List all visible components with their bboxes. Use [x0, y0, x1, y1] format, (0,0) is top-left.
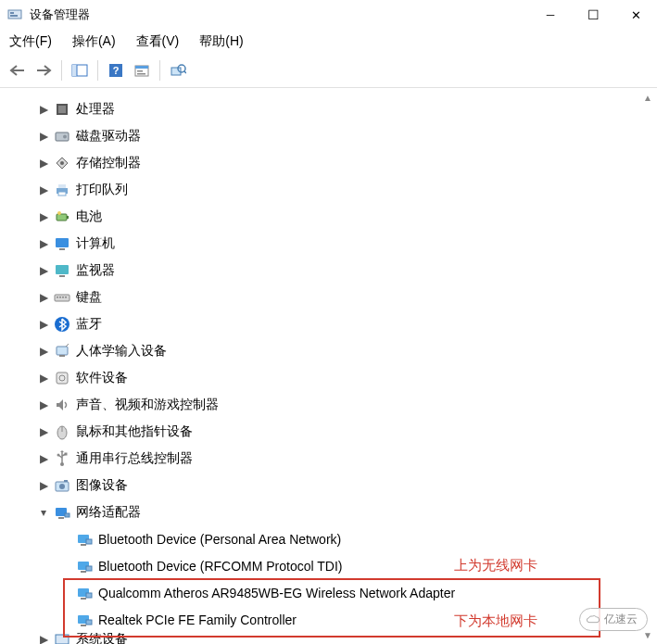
- category-label: 声音、视频和游戏控制器: [76, 397, 219, 413]
- svg-rect-9: [135, 66, 148, 69]
- category-sound[interactable]: ▶声音、视频和游戏控制器: [4, 391, 657, 418]
- network-adapter-icon: [76, 558, 93, 575]
- category-label: 图像设备: [76, 477, 128, 494]
- camera-icon: [54, 477, 70, 494]
- expander-icon[interactable]: ▶: [37, 398, 50, 411]
- expander-icon[interactable]: ▶: [37, 237, 50, 250]
- svg-rect-11: [137, 73, 145, 75]
- category-label: 存储控制器: [76, 155, 141, 171]
- minimize-button[interactable]: [529, 0, 572, 30]
- expander-icon[interactable]: ▶: [37, 372, 50, 385]
- category-label: 蓝牙: [76, 316, 102, 333]
- disk-icon: [54, 128, 70, 145]
- maximize-button[interactable]: [572, 0, 614, 30]
- expander-icon[interactable]: ▶: [37, 345, 50, 358]
- annotation-bottom: 下为本地网卡: [454, 612, 537, 630]
- category-label: 软件设备: [76, 370, 128, 386]
- svg-line-14: [184, 71, 187, 74]
- expander-icon[interactable]: ▶: [37, 264, 50, 277]
- show-hide-console-tree-button[interactable]: [68, 59, 92, 82]
- category-usb[interactable]: ▶通用串行总线控制器: [4, 445, 657, 472]
- monitor-teal-icon: [54, 262, 70, 279]
- software-icon: [54, 370, 70, 386]
- bluetooth-icon: [54, 316, 70, 333]
- close-button[interactable]: [614, 0, 657, 30]
- printer-icon: [54, 182, 70, 198]
- menu-help[interactable]: 帮助(H): [199, 33, 243, 50]
- network-icon: [54, 504, 70, 521]
- expander-icon[interactable]: ▶: [37, 103, 50, 116]
- watermark: 亿速云: [579, 608, 648, 631]
- scroll-down-button[interactable]: ▼: [640, 627, 655, 642]
- properties-button[interactable]: [130, 59, 154, 82]
- menu-file[interactable]: 文件(F): [9, 33, 52, 50]
- titlebar: 设备管理器: [0, 0, 657, 30]
- expander-icon[interactable]: ▶: [37, 157, 50, 170]
- expander-icon[interactable]: ▶: [37, 452, 50, 465]
- help-button[interactable]: ?: [104, 59, 128, 82]
- watermark-text: 亿速云: [604, 612, 638, 627]
- annotation-top: 上为无线网卡: [454, 557, 537, 575]
- category-soft[interactable]: ▶软件设备: [4, 364, 657, 391]
- category-label: 计算机: [76, 235, 115, 252]
- scan-hardware-button[interactable]: [166, 59, 190, 82]
- category-printq[interactable]: ▶打印队列: [4, 176, 657, 203]
- menu-view[interactable]: 查看(V): [136, 33, 180, 50]
- usb-icon: [54, 450, 70, 467]
- nav-back-button[interactable]: [6, 59, 30, 82]
- cpu-icon: [54, 101, 70, 118]
- category-disk[interactable]: ▶磁盘驱动器: [4, 122, 657, 149]
- toolbar-separator: [97, 60, 98, 81]
- category-label: 通用串行总线控制器: [76, 450, 193, 467]
- app-icon: [7, 7, 22, 22]
- hid-icon: [54, 343, 70, 360]
- device-label: Bluetooth Device (Personal Area Network): [98, 532, 341, 547]
- network-device-1[interactable]: Bluetooth Device (RFCOMM Protocol TDI): [4, 552, 657, 579]
- expander-icon[interactable]: ▶: [37, 183, 50, 196]
- svg-rect-4: [72, 65, 77, 76]
- expander-icon[interactable]: ▾: [37, 506, 50, 519]
- toolbar: ?: [0, 56, 657, 88]
- expander-icon[interactable]: ▶: [37, 291, 50, 304]
- svg-text:?: ?: [113, 65, 120, 76]
- mouse-icon: [54, 423, 70, 440]
- expander-icon[interactable]: ▶: [37, 425, 50, 438]
- svg-rect-0: [8, 10, 21, 19]
- category-label: 磁盘驱动器: [76, 128, 141, 145]
- window-title: 设备管理器: [30, 6, 90, 23]
- category-label: 网络适配器: [76, 504, 141, 521]
- menubar: 文件(F) 操作(A) 查看(V) 帮助(H): [0, 30, 657, 56]
- category-mouse[interactable]: ▶鼠标和其他指针设备: [4, 418, 657, 445]
- category-battery[interactable]: ▶电池: [4, 203, 657, 230]
- speaker-icon: [54, 397, 70, 413]
- keyboard-icon: [54, 289, 70, 306]
- category-image[interactable]: ▶图像设备: [4, 472, 657, 499]
- monitor-blue-icon: [54, 235, 70, 252]
- expander-icon[interactable]: ▶: [37, 633, 50, 644]
- category-monitor[interactable]: ▶监视器: [4, 257, 657, 284]
- expander-icon[interactable]: ▶: [37, 130, 50, 143]
- network-device-0[interactable]: Bluetooth Device (Personal Area Network): [4, 525, 657, 552]
- expander-icon[interactable]: ▶: [37, 318, 50, 331]
- category-keyboard[interactable]: ▶键盘: [4, 284, 657, 310]
- svg-rect-2: [10, 15, 18, 17]
- window-controls: [529, 0, 657, 30]
- svg-rect-1: [10, 12, 14, 14]
- svg-rect-10: [137, 70, 143, 72]
- expander-icon[interactable]: ▶: [37, 210, 50, 223]
- category-computer[interactable]: ▶计算机: [4, 230, 657, 257]
- toolbar-separator: [61, 60, 62, 81]
- category-label: 打印队列: [76, 182, 128, 198]
- category-storage[interactable]: ▶存储控制器: [4, 149, 657, 176]
- category-cpu[interactable]: ▶处理器: [4, 95, 657, 122]
- category-hid[interactable]: ▶人体学输入设备: [4, 337, 657, 364]
- menu-action[interactable]: 操作(A): [72, 33, 116, 50]
- toolbar-separator: [159, 60, 160, 81]
- category-net[interactable]: ▾网络适配器: [4, 499, 657, 525]
- scroll-up-button[interactable]: ▲: [640, 90, 655, 105]
- expander-icon[interactable]: ▶: [37, 479, 50, 492]
- category-bt[interactable]: ▶蓝牙: [4, 310, 657, 337]
- nav-forward-button[interactable]: [32, 59, 56, 82]
- scrollbar[interactable]: ▲ ▼: [640, 88, 655, 644]
- category-label: 键盘: [76, 289, 102, 306]
